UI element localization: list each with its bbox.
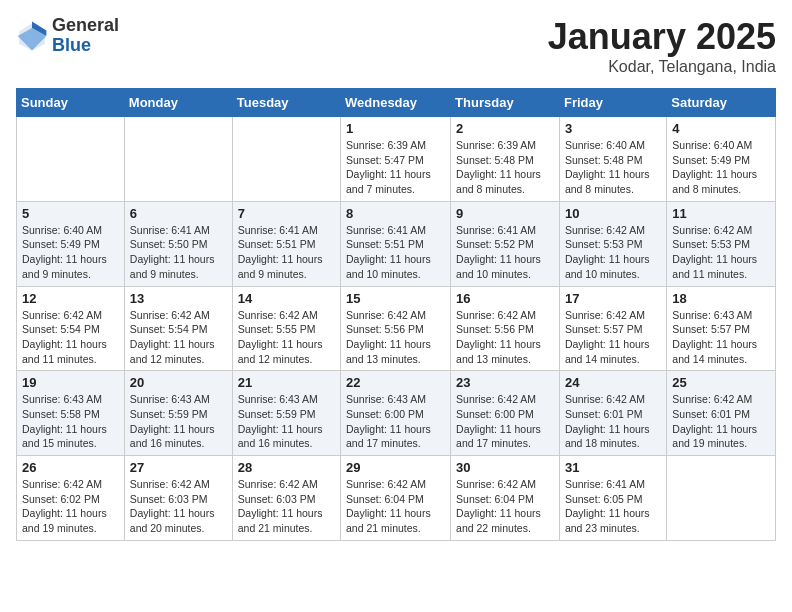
calendar-cell: 22Sunrise: 6:43 AM Sunset: 6:00 PM Dayli…	[341, 371, 451, 456]
day-number: 9	[456, 206, 554, 221]
day-number: 15	[346, 291, 445, 306]
calendar-cell: 1Sunrise: 6:39 AM Sunset: 5:47 PM Daylig…	[341, 117, 451, 202]
weekday-header-wednesday: Wednesday	[341, 89, 451, 117]
calendar-cell: 5Sunrise: 6:40 AM Sunset: 5:49 PM Daylig…	[17, 201, 125, 286]
calendar-cell	[124, 117, 232, 202]
day-number: 26	[22, 460, 119, 475]
day-info: Sunrise: 6:43 AM Sunset: 5:57 PM Dayligh…	[672, 308, 770, 367]
day-number: 8	[346, 206, 445, 221]
day-number: 11	[672, 206, 770, 221]
day-info: Sunrise: 6:42 AM Sunset: 5:56 PM Dayligh…	[456, 308, 554, 367]
day-number: 10	[565, 206, 661, 221]
day-info: Sunrise: 6:42 AM Sunset: 6:04 PM Dayligh…	[456, 477, 554, 536]
day-info: Sunrise: 6:40 AM Sunset: 5:49 PM Dayligh…	[22, 223, 119, 282]
day-number: 2	[456, 121, 554, 136]
calendar-cell: 6Sunrise: 6:41 AM Sunset: 5:50 PM Daylig…	[124, 201, 232, 286]
day-info: Sunrise: 6:42 AM Sunset: 5:56 PM Dayligh…	[346, 308, 445, 367]
day-info: Sunrise: 6:41 AM Sunset: 5:51 PM Dayligh…	[346, 223, 445, 282]
calendar-cell: 24Sunrise: 6:42 AM Sunset: 6:01 PM Dayli…	[559, 371, 666, 456]
title-block: January 2025 Kodar, Telangana, India	[548, 16, 776, 76]
logo-blue: Blue	[52, 36, 119, 56]
day-info: Sunrise: 6:43 AM Sunset: 5:59 PM Dayligh…	[130, 392, 227, 451]
calendar-cell: 12Sunrise: 6:42 AM Sunset: 5:54 PM Dayli…	[17, 286, 125, 371]
day-info: Sunrise: 6:42 AM Sunset: 6:02 PM Dayligh…	[22, 477, 119, 536]
week-row-2: 5Sunrise: 6:40 AM Sunset: 5:49 PM Daylig…	[17, 201, 776, 286]
calendar-cell: 25Sunrise: 6:42 AM Sunset: 6:01 PM Dayli…	[667, 371, 776, 456]
calendar-table: SundayMondayTuesdayWednesdayThursdayFrid…	[16, 88, 776, 541]
day-number: 4	[672, 121, 770, 136]
weekday-header-sunday: Sunday	[17, 89, 125, 117]
weekday-header-row: SundayMondayTuesdayWednesdayThursdayFrid…	[17, 89, 776, 117]
day-number: 13	[130, 291, 227, 306]
day-info: Sunrise: 6:41 AM Sunset: 5:51 PM Dayligh…	[238, 223, 335, 282]
month-title: January 2025	[548, 16, 776, 58]
week-row-3: 12Sunrise: 6:42 AM Sunset: 5:54 PM Dayli…	[17, 286, 776, 371]
calendar-cell	[667, 456, 776, 541]
logo-text: General Blue	[52, 16, 119, 56]
day-number: 12	[22, 291, 119, 306]
day-info: Sunrise: 6:39 AM Sunset: 5:47 PM Dayligh…	[346, 138, 445, 197]
day-info: Sunrise: 6:42 AM Sunset: 5:53 PM Dayligh…	[672, 223, 770, 282]
day-info: Sunrise: 6:43 AM Sunset: 5:58 PM Dayligh…	[22, 392, 119, 451]
calendar-cell: 31Sunrise: 6:41 AM Sunset: 6:05 PM Dayli…	[559, 456, 666, 541]
day-number: 6	[130, 206, 227, 221]
day-info: Sunrise: 6:41 AM Sunset: 6:05 PM Dayligh…	[565, 477, 661, 536]
day-number: 23	[456, 375, 554, 390]
calendar-cell: 15Sunrise: 6:42 AM Sunset: 5:56 PM Dayli…	[341, 286, 451, 371]
weekday-header-thursday: Thursday	[451, 89, 560, 117]
calendar-cell: 9Sunrise: 6:41 AM Sunset: 5:52 PM Daylig…	[451, 201, 560, 286]
calendar-cell: 14Sunrise: 6:42 AM Sunset: 5:55 PM Dayli…	[232, 286, 340, 371]
day-info: Sunrise: 6:39 AM Sunset: 5:48 PM Dayligh…	[456, 138, 554, 197]
location: Kodar, Telangana, India	[548, 58, 776, 76]
day-number: 27	[130, 460, 227, 475]
calendar-cell: 16Sunrise: 6:42 AM Sunset: 5:56 PM Dayli…	[451, 286, 560, 371]
calendar-cell: 19Sunrise: 6:43 AM Sunset: 5:58 PM Dayli…	[17, 371, 125, 456]
week-row-4: 19Sunrise: 6:43 AM Sunset: 5:58 PM Dayli…	[17, 371, 776, 456]
day-info: Sunrise: 6:42 AM Sunset: 6:04 PM Dayligh…	[346, 477, 445, 536]
day-number: 3	[565, 121, 661, 136]
calendar-cell: 2Sunrise: 6:39 AM Sunset: 5:48 PM Daylig…	[451, 117, 560, 202]
day-info: Sunrise: 6:42 AM Sunset: 6:01 PM Dayligh…	[672, 392, 770, 451]
calendar-cell: 28Sunrise: 6:42 AM Sunset: 6:03 PM Dayli…	[232, 456, 340, 541]
calendar-cell: 29Sunrise: 6:42 AM Sunset: 6:04 PM Dayli…	[341, 456, 451, 541]
day-info: Sunrise: 6:42 AM Sunset: 5:57 PM Dayligh…	[565, 308, 661, 367]
day-number: 21	[238, 375, 335, 390]
day-number: 22	[346, 375, 445, 390]
day-number: 29	[346, 460, 445, 475]
day-number: 24	[565, 375, 661, 390]
weekday-header-friday: Friday	[559, 89, 666, 117]
calendar-cell: 7Sunrise: 6:41 AM Sunset: 5:51 PM Daylig…	[232, 201, 340, 286]
day-info: Sunrise: 6:43 AM Sunset: 6:00 PM Dayligh…	[346, 392, 445, 451]
day-info: Sunrise: 6:41 AM Sunset: 5:52 PM Dayligh…	[456, 223, 554, 282]
day-number: 5	[22, 206, 119, 221]
calendar-cell	[232, 117, 340, 202]
day-info: Sunrise: 6:42 AM Sunset: 5:55 PM Dayligh…	[238, 308, 335, 367]
logo: General Blue	[16, 16, 119, 56]
logo-icon	[16, 20, 48, 52]
day-number: 14	[238, 291, 335, 306]
day-info: Sunrise: 6:42 AM Sunset: 6:01 PM Dayligh…	[565, 392, 661, 451]
calendar-cell: 23Sunrise: 6:42 AM Sunset: 6:00 PM Dayli…	[451, 371, 560, 456]
day-info: Sunrise: 6:40 AM Sunset: 5:49 PM Dayligh…	[672, 138, 770, 197]
day-number: 28	[238, 460, 335, 475]
calendar-cell: 11Sunrise: 6:42 AM Sunset: 5:53 PM Dayli…	[667, 201, 776, 286]
day-number: 25	[672, 375, 770, 390]
day-info: Sunrise: 6:42 AM Sunset: 5:54 PM Dayligh…	[22, 308, 119, 367]
calendar-cell: 8Sunrise: 6:41 AM Sunset: 5:51 PM Daylig…	[341, 201, 451, 286]
page-header: General Blue January 2025 Kodar, Telanga…	[16, 16, 776, 76]
week-row-5: 26Sunrise: 6:42 AM Sunset: 6:02 PM Dayli…	[17, 456, 776, 541]
day-number: 31	[565, 460, 661, 475]
calendar-cell: 4Sunrise: 6:40 AM Sunset: 5:49 PM Daylig…	[667, 117, 776, 202]
weekday-header-saturday: Saturday	[667, 89, 776, 117]
calendar-cell: 30Sunrise: 6:42 AM Sunset: 6:04 PM Dayli…	[451, 456, 560, 541]
day-number: 7	[238, 206, 335, 221]
logo-general: General	[52, 16, 119, 36]
weekday-header-tuesday: Tuesday	[232, 89, 340, 117]
day-number: 17	[565, 291, 661, 306]
day-number: 19	[22, 375, 119, 390]
day-number: 18	[672, 291, 770, 306]
calendar-cell: 3Sunrise: 6:40 AM Sunset: 5:48 PM Daylig…	[559, 117, 666, 202]
day-info: Sunrise: 6:43 AM Sunset: 5:59 PM Dayligh…	[238, 392, 335, 451]
day-number: 1	[346, 121, 445, 136]
week-row-1: 1Sunrise: 6:39 AM Sunset: 5:47 PM Daylig…	[17, 117, 776, 202]
